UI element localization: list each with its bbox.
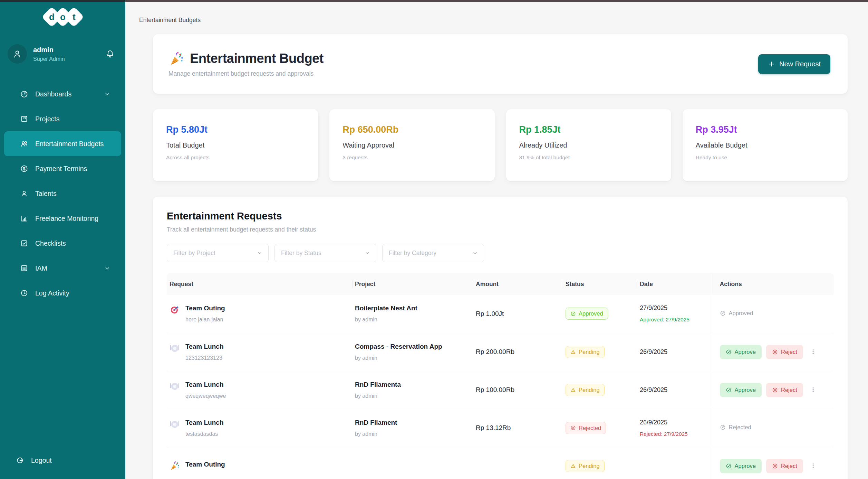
stat-label: Total Budget bbox=[166, 141, 305, 149]
people-icon bbox=[20, 140, 28, 148]
action-status-label: Rejected bbox=[720, 424, 751, 431]
sidebar-item-label: Checklists bbox=[35, 239, 111, 247]
logout-label: Logout bbox=[31, 457, 52, 464]
project-requester: by admin bbox=[355, 317, 470, 323]
status-badge-label: Rejected bbox=[579, 425, 601, 431]
new-request-button[interactable]: New Request bbox=[758, 54, 830, 74]
approve-label: Approve bbox=[735, 463, 756, 469]
request-title: Team Lunch bbox=[185, 419, 224, 426]
more-actions-kebab-icon[interactable] bbox=[808, 461, 818, 471]
status-badge-label: Pending bbox=[579, 349, 600, 355]
sidebar-item-freelance-monitoring[interactable]: Freelance Monitoring bbox=[4, 206, 121, 231]
project-name: Boilerplate Nest Ant bbox=[355, 304, 470, 312]
board-icon bbox=[20, 115, 28, 123]
sidebar-item-logout[interactable]: Logout bbox=[0, 448, 125, 473]
kebab-icon bbox=[810, 386, 817, 393]
sidebar-item-dashboards[interactable]: Dashboards bbox=[4, 82, 121, 106]
check-circle-icon bbox=[726, 463, 732, 469]
approve-button[interactable]: Approve bbox=[720, 459, 762, 473]
status-badge-pending: Pending bbox=[566, 346, 605, 358]
more-actions-kebab-icon[interactable] bbox=[808, 347, 818, 357]
notifications-bell-icon[interactable] bbox=[105, 49, 115, 59]
stat-value: Rp 1.85Jt bbox=[519, 124, 658, 135]
page-header-card: Entertainment Budget Manage entertainmen… bbox=[153, 34, 848, 94]
dining-icon bbox=[170, 343, 180, 353]
filter-by-project-select[interactable]: Filter by Project bbox=[167, 244, 269, 262]
request-title: Team Outing bbox=[185, 461, 225, 468]
col-header-date: Date bbox=[637, 273, 712, 295]
approve-label: Approve bbox=[735, 349, 756, 355]
approve-button[interactable]: Approve bbox=[720, 383, 762, 397]
approve-button[interactable]: Approve bbox=[720, 345, 762, 359]
sidebar-nav: DashboardsProjectsEntertainment BudgetsP… bbox=[0, 82, 125, 448]
sidebar-item-log-activity[interactable]: Log Activity bbox=[4, 281, 121, 306]
amount-value: Rp 200.00Rb bbox=[476, 348, 514, 355]
stat-value: Rp 5.80Jt bbox=[166, 124, 305, 135]
sidebar-item-projects[interactable]: Projects bbox=[4, 106, 121, 131]
request-title: Team Outing bbox=[185, 304, 225, 312]
sidebar-item-label: IAM bbox=[35, 264, 104, 272]
project-requester: by admin bbox=[355, 393, 470, 399]
request-date: 26/9/2025 bbox=[640, 419, 709, 426]
filter-by-category-select[interactable]: Filter by Category bbox=[382, 244, 484, 262]
reject-button[interactable]: Reject bbox=[766, 459, 803, 473]
stat-card-available-budget: Rp 3.95JtAvailable BudgetReady to use bbox=[683, 109, 848, 181]
page-subtitle: Manage entertainment budget requests and… bbox=[168, 70, 324, 77]
reject-label: Reject bbox=[781, 387, 797, 393]
stat-sub: Ready to use bbox=[696, 154, 835, 161]
sidebar-item-payment-termins[interactable]: Payment Termins bbox=[4, 156, 121, 181]
sidebar-item-label: Log Activity bbox=[35, 289, 111, 297]
table-row: Team Outinghore jalan-jalanBoilerplate N… bbox=[167, 295, 834, 333]
request-date: 26/9/2025 bbox=[640, 386, 709, 394]
stat-label: Available Budget bbox=[696, 141, 835, 149]
reject-label: Reject bbox=[781, 463, 797, 469]
x-circle-icon bbox=[772, 349, 778, 355]
sidebar-item-talents[interactable]: Talents bbox=[4, 181, 121, 206]
checklist-icon bbox=[20, 239, 28, 247]
filters-row: Filter by ProjectFilter by StatusFilter … bbox=[167, 244, 834, 262]
avatar[interactable] bbox=[8, 44, 27, 64]
dining-icon bbox=[170, 419, 180, 429]
project-name: RnD Filament bbox=[355, 419, 470, 426]
status-badge-label: Approved bbox=[579, 310, 603, 317]
dollar-circle-icon bbox=[20, 165, 28, 173]
stats-row: Rp 5.80JtTotal BudgetAcross all projects… bbox=[153, 109, 848, 181]
col-header-status: Status bbox=[563, 273, 637, 295]
sidebar-item-entertainment-budgets[interactable]: Entertainment Budgets bbox=[4, 131, 121, 156]
col-header-actions: Actions bbox=[712, 273, 834, 295]
breadcrumb-bar: Entertainment Budgets bbox=[125, 0, 868, 24]
col-header-request: Request bbox=[167, 273, 352, 295]
action-status-text: Rejected bbox=[729, 424, 751, 431]
request-subtitle: qweqweqweqwe bbox=[185, 393, 226, 399]
warning-icon bbox=[570, 349, 576, 355]
requests-title: Entertainment Requests bbox=[167, 210, 834, 222]
project-requester: by admin bbox=[355, 355, 470, 361]
filter-by-status-select[interactable]: Filter by Status bbox=[274, 244, 376, 262]
status-date-note: Approved: 27/9/2025 bbox=[640, 317, 709, 323]
reject-button[interactable]: Reject bbox=[766, 345, 803, 359]
kebab-icon bbox=[810, 462, 817, 469]
stat-value: Rp 3.95Jt bbox=[696, 124, 835, 135]
reject-button[interactable]: Reject bbox=[766, 383, 803, 397]
reject-label: Reject bbox=[781, 349, 797, 355]
sidebar-item-iam[interactable]: IAM bbox=[4, 256, 121, 281]
sidebar-item-checklists[interactable]: Checklists bbox=[4, 231, 121, 256]
dot-logo: dot bbox=[0, 10, 125, 24]
chevron-down-icon bbox=[104, 91, 111, 97]
status-date-note: Rejected: 27/9/2025 bbox=[640, 431, 709, 437]
approve-label: Approve bbox=[735, 387, 756, 393]
stat-card-total-budget: Rp 5.80JtTotal BudgetAcross all projects bbox=[153, 109, 318, 181]
table-row: Team OutingPendingApproveReject bbox=[167, 447, 834, 479]
history-icon bbox=[20, 289, 28, 297]
more-actions-kebab-icon[interactable] bbox=[808, 385, 818, 395]
person-icon bbox=[20, 189, 28, 198]
request-title: Team Lunch bbox=[185, 343, 224, 350]
table-row: Team LunchtestasdasdasRnD Filamentby adm… bbox=[167, 409, 834, 447]
logo-letter-t: t bbox=[64, 7, 84, 27]
dining-icon bbox=[170, 381, 180, 391]
chevron-down-icon bbox=[472, 250, 478, 256]
chevron-down-icon bbox=[364, 250, 370, 256]
check-circle-icon bbox=[726, 349, 732, 355]
x-circle-icon bbox=[570, 425, 576, 431]
sidebar-item-label: Payment Termins bbox=[35, 165, 111, 173]
